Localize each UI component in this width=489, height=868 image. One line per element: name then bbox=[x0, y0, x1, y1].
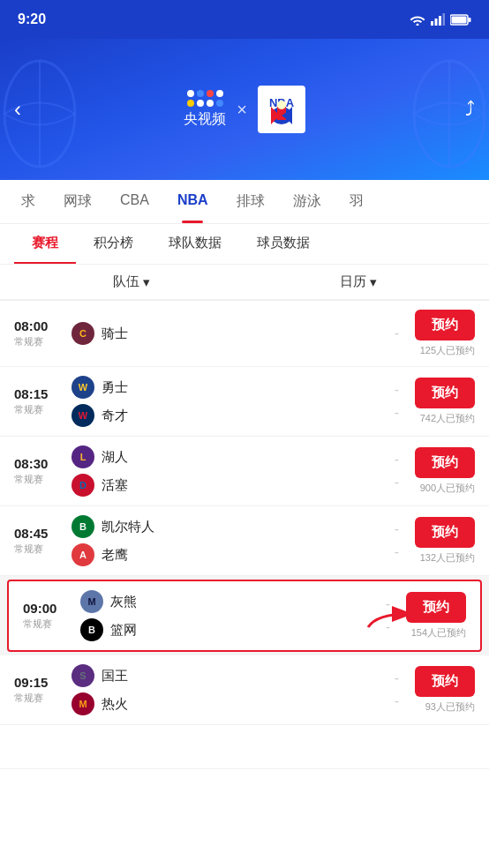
reserve-count: 125人已预约 bbox=[420, 344, 475, 357]
team-name: 活塞 bbox=[102, 477, 128, 494]
team-logo-lakers: L bbox=[71, 445, 94, 468]
reserve-info: 预约 93人已预约 bbox=[415, 666, 475, 714]
dot-1 bbox=[187, 90, 194, 97]
cctv-logo: 央视频 bbox=[184, 90, 226, 129]
back-button[interactable]: ‹ bbox=[14, 97, 21, 122]
reserve-info: 预约 742人已预约 bbox=[415, 378, 475, 425]
team-name: 灰熊 bbox=[110, 594, 137, 610]
reserve-info: 预约 900人已预约 bbox=[415, 447, 475, 495]
reserve-button[interactable]: 预约 bbox=[415, 310, 475, 340]
team-row: M 热火 bbox=[71, 692, 379, 715]
svg-point-11 bbox=[277, 101, 286, 109]
game-time: 08:15 常规赛 bbox=[14, 386, 63, 416]
dot-6 bbox=[197, 100, 204, 107]
sport-tab-search[interactable]: 求 bbox=[7, 180, 49, 223]
share-button[interactable]: ⤴ bbox=[465, 98, 475, 121]
team-row: C 骑士 bbox=[71, 322, 379, 345]
team-name: 篮网 bbox=[110, 622, 137, 639]
game-time: 08:45 常规赛 bbox=[14, 526, 63, 556]
svg-rect-6 bbox=[452, 16, 467, 23]
status-icons bbox=[410, 13, 471, 26]
svg-rect-2 bbox=[439, 16, 441, 26]
reserve-count: 93人已预约 bbox=[425, 700, 475, 714]
team-logo-grizzlies: M bbox=[80, 590, 103, 613]
sport-tab-nba[interactable]: NBA bbox=[163, 180, 222, 223]
team-name: 凯尔特人 bbox=[102, 519, 154, 535]
team-logo-cavaliers: C bbox=[71, 322, 94, 345]
sport-tabs: 求 网球 CBA NBA 排球 游泳 羽 bbox=[0, 180, 489, 224]
header: ‹ 央视频 × NBA bbox=[0, 39, 489, 180]
reserve-button[interactable]: 预约 bbox=[415, 666, 475, 697]
svg-rect-3 bbox=[443, 13, 446, 26]
sub-tab-player-stats[interactable]: 球员数据 bbox=[239, 224, 327, 264]
team-name: 湖人 bbox=[102, 449, 128, 466]
teams: C 骑士 bbox=[71, 322, 379, 345]
signal-icon bbox=[431, 13, 445, 26]
team-name: 老鹰 bbox=[102, 547, 128, 564]
table-row: 09:15 常规赛 S 国王 M 热火 - - 预约 93人已预约 bbox=[0, 655, 489, 725]
team-logo-hawks: A bbox=[71, 543, 94, 566]
sport-tab-cba[interactable]: CBA bbox=[106, 180, 163, 223]
annotation-arrow bbox=[364, 596, 425, 635]
team-logo-wizards: W bbox=[71, 404, 94, 427]
sport-tab-volleyball[interactable]: 排球 bbox=[222, 180, 279, 223]
team-name: 国王 bbox=[102, 668, 128, 685]
sub-tab-schedule[interactable]: 赛程 bbox=[14, 224, 76, 264]
scores: - bbox=[387, 326, 406, 341]
reserve-button[interactable]: 预约 bbox=[415, 378, 475, 408]
sport-tab-swimming[interactable]: 游泳 bbox=[279, 180, 335, 223]
team-logo-pistons: D bbox=[71, 474, 94, 497]
reserve-count: 900人已预约 bbox=[420, 482, 475, 495]
dot-4 bbox=[216, 90, 223, 97]
team-row: S 国王 bbox=[71, 664, 379, 687]
sub-tabs: 赛程 积分榜 球队数据 球员数据 bbox=[0, 224, 489, 265]
dot-7 bbox=[207, 100, 214, 107]
teams: S 国王 M 热火 bbox=[71, 664, 379, 715]
calendar-filter-button[interactable]: 日历 ▾ bbox=[340, 273, 377, 290]
calendar-filter-label: 日历 bbox=[340, 273, 366, 290]
teams: W 勇士 W 奇才 bbox=[71, 376, 379, 427]
dot-2 bbox=[197, 90, 204, 97]
team-logo-warriors: W bbox=[71, 376, 94, 399]
reserve-button[interactable]: 预约 bbox=[415, 517, 475, 548]
svg-rect-5 bbox=[469, 18, 471, 22]
reserve-count: 132人已预约 bbox=[420, 551, 475, 565]
team-row: B 凯尔特人 bbox=[71, 515, 379, 538]
team-row: L 湖人 bbox=[71, 445, 379, 468]
dot-5 bbox=[187, 100, 194, 107]
sport-tab-tennis[interactable]: 网球 bbox=[49, 180, 106, 223]
cctv-dots bbox=[187, 90, 223, 107]
sport-tab-badminton[interactable]: 羽 bbox=[335, 180, 378, 223]
team-row: M 灰熊 bbox=[80, 590, 370, 613]
table-row: 08:30 常规赛 L 湖人 D 活塞 - - 预约 900人已预约 bbox=[0, 437, 489, 506]
nba-logo: NBA bbox=[258, 86, 305, 133]
game-time: 09:15 常规赛 bbox=[14, 675, 63, 705]
scores: - - bbox=[387, 382, 406, 421]
game-time: 08:00 常规赛 bbox=[14, 318, 63, 348]
teams: M 灰熊 B 篮网 bbox=[80, 590, 370, 641]
game-list: 08:00 常规赛 C 骑士 - 预约 125人已预约 08:15 常规赛 W … bbox=[0, 300, 489, 769]
calendar-filter-arrow: ▾ bbox=[370, 274, 377, 290]
status-bar: 9:20 bbox=[0, 0, 489, 39]
scores: - - bbox=[387, 452, 406, 490]
teams: B 凯尔特人 A 老鹰 bbox=[71, 515, 379, 566]
svg-rect-0 bbox=[431, 21, 433, 26]
scores: - - bbox=[387, 670, 406, 709]
team-filter-button[interactable]: 队伍 ▾ bbox=[113, 273, 150, 290]
game-time: 09:00 常规赛 bbox=[23, 601, 71, 631]
status-time: 9:20 bbox=[18, 11, 46, 27]
reserve-count: 742人已预约 bbox=[420, 412, 475, 425]
red-arrow-svg bbox=[364, 596, 425, 632]
team-logo-kings: S bbox=[71, 664, 94, 687]
svg-rect-1 bbox=[435, 19, 438, 26]
scores: - - bbox=[387, 521, 406, 560]
game-time: 08:30 常规赛 bbox=[14, 456, 63, 486]
table-row bbox=[0, 725, 489, 769]
reserve-info: 预约 132人已预约 bbox=[415, 517, 475, 565]
highlighted-game-container: 09:00 常规赛 M 灰熊 B 篮网 - - 预约 154人已预约 bbox=[0, 580, 489, 652]
reserve-button[interactable]: 预约 bbox=[415, 447, 475, 478]
team-logo-heat: M bbox=[71, 692, 94, 715]
table-row: 08:45 常规赛 B 凯尔特人 A 老鹰 - - 预约 132人已预约 bbox=[0, 506, 489, 576]
sub-tab-standings[interactable]: 积分榜 bbox=[76, 224, 151, 264]
sub-tab-team-stats[interactable]: 球队数据 bbox=[151, 224, 239, 264]
